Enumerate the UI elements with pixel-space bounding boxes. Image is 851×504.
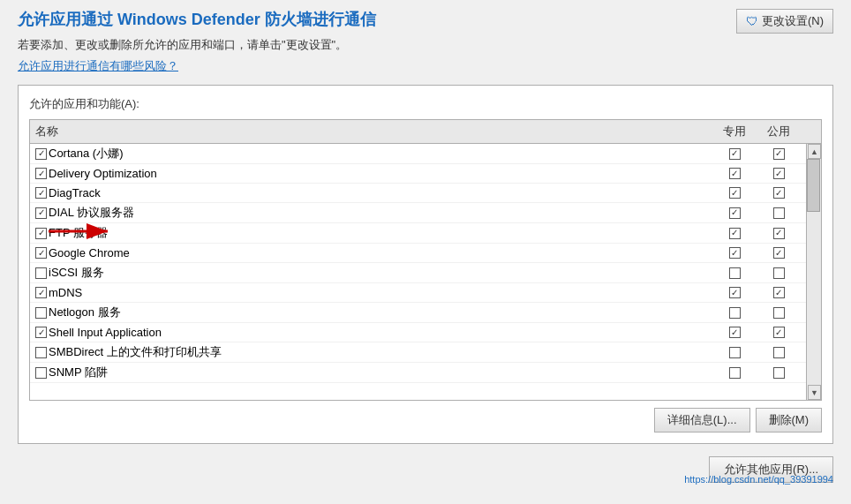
header-section: 允许应用通过 Windows Defender 防火墙进行通信 若要添加、更改或… — [18, 9, 833, 74]
row-private-checkbox[interactable] — [712, 168, 757, 179]
delete-button[interactable]: 删除(M) — [756, 408, 823, 433]
row-public-checkbox[interactable] — [757, 168, 801, 179]
row-private-checkbox[interactable] — [712, 207, 757, 219]
row-main-checkbox[interactable] — [35, 267, 47, 279]
row-main-checkbox[interactable] — [35, 207, 47, 219]
row-app-name: DiagTrack — [35, 186, 712, 199]
row-main-checkbox[interactable] — [35, 367, 47, 379]
row-public-checkbox[interactable] — [757, 187, 801, 199]
main-window: 允许应用通过 Windows Defender 防火墙进行通信 若要添加、更改或… — [0, 0, 851, 492]
row-public-checkbox[interactable] — [757, 247, 801, 259]
title-text: 允许应用通过 Windows Defender 防火墙进行通信 — [18, 11, 376, 28]
scroll-up-button[interactable]: ▲ — [808, 144, 821, 159]
row-private-checkbox[interactable] — [712, 187, 757, 199]
arrow-indicator — [44, 221, 115, 242]
arrow-icon — [44, 221, 115, 242]
table-header: 名称 专用 公用 — [30, 120, 821, 144]
row-main-checkbox[interactable] — [35, 287, 47, 298]
row-private-checkbox[interactable] — [712, 267, 757, 279]
table-row[interactable]: mDNS — [30, 283, 821, 303]
row-main-checkbox[interactable] — [35, 148, 47, 160]
scroll-down-button[interactable]: ▼ — [808, 385, 821, 400]
row-public-checkbox[interactable] — [757, 207, 801, 219]
row-app-name: FTP 服务器 — [35, 225, 712, 241]
row-app-name: SNMP 陷阱 — [35, 365, 712, 380]
table-body: Cortana (小娜)Delivery OptimizationDiagTra… — [30, 144, 821, 400]
row-public-checkbox[interactable] — [757, 347, 801, 358]
footer-link: https://blog.csdn.net/qq_39391994 — [684, 474, 833, 485]
row-public-checkbox[interactable] — [757, 148, 801, 160]
row-public-checkbox[interactable] — [757, 267, 801, 279]
row-private-checkbox[interactable] — [712, 228, 757, 239]
col-header-public: 公用 — [757, 124, 801, 139]
apps-table: 名称 专用 公用 Cortana (小娜)Delivery Optimizati… — [29, 119, 822, 401]
row-public-checkbox[interactable] — [757, 367, 801, 379]
detail-button[interactable]: 详细信息(L)... — [654, 408, 750, 433]
row-app-name: mDNS — [35, 286, 712, 299]
row-app-name: SMBDirect 上的文件和打印机共享 — [35, 344, 712, 360]
table-row[interactable]: iSCSI 服务 — [30, 263, 821, 283]
apps-panel: 允许的应用和功能(A): 名称 专用 公用 Cortana (小娜)Deli — [18, 85, 833, 444]
table-row[interactable]: Google Chrome — [30, 244, 821, 263]
shield-icon: 🛡 — [746, 14, 758, 28]
subtitle-text: 若要添加、更改或删除所允许的应用和端口，请单击"更改设置"。 — [18, 37, 376, 53]
scrollbar-thumb[interactable] — [807, 159, 820, 212]
table-row[interactable]: Cortana (小娜) — [30, 144, 821, 164]
row-app-name: Shell Input Application — [35, 326, 712, 339]
window-title: 允许应用通过 Windows Defender 防火墙进行通信 — [18, 9, 376, 30]
row-private-checkbox[interactable] — [712, 367, 757, 379]
table-row[interactable]: Shell Input Application — [30, 323, 821, 342]
table-row[interactable]: Delivery Optimization — [30, 164, 821, 184]
panel-title: 允许的应用和功能(A): — [29, 96, 822, 112]
table-row[interactable]: SNMP 陷阱 — [30, 363, 821, 383]
row-main-checkbox[interactable] — [35, 247, 47, 259]
col-header-private: 专用 — [712, 124, 757, 139]
row-public-checkbox[interactable] — [757, 307, 801, 319]
row-private-checkbox[interactable] — [712, 327, 757, 338]
row-app-name: DIAL 协议服务器 — [35, 205, 712, 221]
row-app-name: Google Chrome — [35, 246, 712, 260]
rows-container: Cortana (小娜)Delivery OptimizationDiagTra… — [30, 144, 821, 383]
change-settings-button[interactable]: 🛡 更改设置(N) — [736, 9, 833, 34]
row-public-checkbox[interactable] — [757, 228, 801, 239]
row-public-checkbox[interactable] — [757, 327, 801, 338]
row-private-checkbox[interactable] — [712, 287, 757, 298]
row-private-checkbox[interactable] — [712, 148, 757, 160]
risk-link[interactable]: 允许应用进行通信有哪些风险？ — [18, 59, 178, 72]
row-private-checkbox[interactable] — [712, 247, 757, 259]
table-row[interactable]: DiagTrack — [30, 184, 821, 203]
table-action-buttons: 详细信息(L)... 删除(M) — [29, 408, 822, 433]
row-main-checkbox[interactable] — [35, 307, 47, 319]
row-main-checkbox[interactable] — [35, 347, 47, 358]
row-app-name: iSCSI 服务 — [35, 265, 712, 281]
row-app-name: Cortana (小娜) — [35, 146, 712, 162]
row-main-checkbox[interactable] — [35, 327, 47, 338]
table-row[interactable]: FTP 服务器 — [30, 223, 821, 244]
row-main-checkbox[interactable] — [35, 187, 47, 199]
table-row[interactable]: Netlogon 服务 — [30, 303, 821, 323]
col-header-name: 名称 — [35, 124, 712, 139]
table-row[interactable]: SMBDirect 上的文件和打印机共享 — [30, 342, 821, 363]
row-private-checkbox[interactable] — [712, 307, 757, 319]
table-row[interactable]: DIAL 协议服务器 — [30, 203, 821, 223]
row-public-checkbox[interactable] — [757, 287, 801, 298]
row-main-checkbox[interactable] — [35, 168, 47, 179]
row-app-name: Delivery Optimization — [35, 167, 712, 180]
row-app-name: Netlogon 服务 — [35, 305, 712, 320]
scrollbar-track: ▲ ▼ — [806, 144, 821, 400]
header-left: 允许应用通过 Windows Defender 防火墙进行通信 若要添加、更改或… — [18, 9, 376, 74]
row-private-checkbox[interactable] — [712, 347, 757, 358]
